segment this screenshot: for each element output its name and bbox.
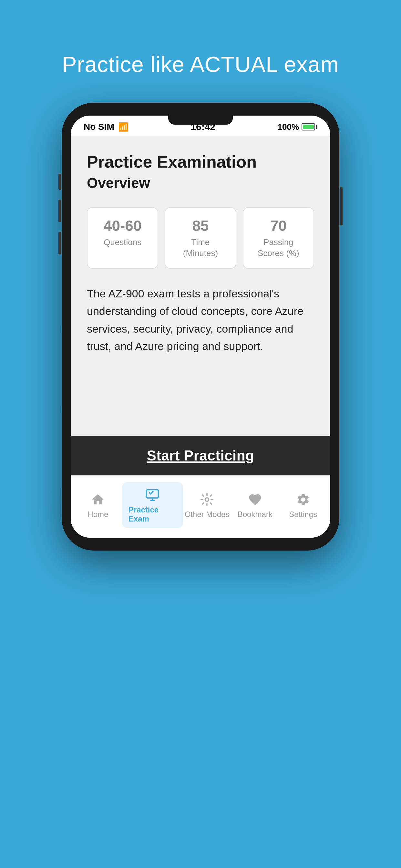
carrier-text: No SIM (84, 122, 114, 132)
practice-exam-icon (144, 487, 161, 503)
nav-item-home[interactable]: Home (74, 491, 122, 519)
status-right: 100% (278, 122, 318, 132)
stats-row: 40-60 Questions 85 Time(Minutes) 70 Pass… (87, 207, 314, 269)
phone-left-buttons (58, 174, 61, 254)
stat-value-questions: 40-60 (93, 217, 152, 235)
svg-point-3 (205, 498, 209, 501)
bookmark-icon (247, 491, 264, 508)
nav-label-settings: Settings (289, 510, 317, 519)
nav-item-other-modes[interactable]: Other Modes (183, 491, 231, 519)
nav-label-home: Home (88, 510, 108, 519)
stat-label-time: Time(Minutes) (171, 237, 230, 259)
stat-card-passing: 70 PassingScores (%) (243, 207, 314, 269)
home-icon (89, 491, 106, 508)
nav-item-practice-exam[interactable]: Practice Exam (122, 482, 183, 528)
bottom-nav: Home Practice Exam (71, 475, 330, 538)
battery-icon (302, 123, 317, 130)
settings-icon (295, 491, 312, 508)
start-btn-container: Start Practicing (71, 430, 330, 475)
stat-card-time: 85 Time(Minutes) (165, 207, 236, 269)
stat-value-time: 85 (171, 217, 230, 235)
page-title: Practice Examination (87, 152, 314, 172)
status-time: 16:42 (128, 121, 278, 132)
battery-percent: 100% (278, 122, 299, 132)
stat-label-questions: Questions (93, 237, 152, 248)
stat-label-passing: PassingScores (%) (249, 237, 308, 259)
status-left: No SIM 📶 (84, 122, 128, 132)
phone-screen: No SIM 📶 16:42 100% Practice Examination… (71, 116, 330, 538)
svg-rect-0 (147, 490, 158, 498)
exam-description: The AZ-900 exam tests a professional's u… (87, 285, 314, 355)
nav-label-other-modes: Other Modes (185, 510, 229, 519)
other-modes-icon (198, 491, 215, 508)
start-practicing-button[interactable]: Start Practicing (71, 436, 330, 475)
nav-label-practice-exam: Practice Exam (128, 505, 177, 523)
nav-item-settings[interactable]: Settings (279, 491, 327, 519)
page-tagline: Practice like ACTUAL exam (62, 52, 339, 77)
content-spacer (87, 355, 314, 420)
status-bar: No SIM 📶 16:42 100% (71, 116, 330, 135)
nav-item-bookmark[interactable]: Bookmark (231, 491, 279, 519)
wifi-icon: 📶 (118, 122, 128, 132)
app-content: Practice Examination Overview 40-60 Ques… (71, 135, 330, 430)
nav-label-bookmark: Bookmark (238, 510, 273, 519)
stat-card-questions: 40-60 Questions (87, 207, 158, 269)
page-subtitle: Overview (87, 175, 314, 191)
phone-shell: No SIM 📶 16:42 100% Practice Examination… (62, 103, 339, 551)
stat-value-passing: 70 (249, 217, 308, 235)
